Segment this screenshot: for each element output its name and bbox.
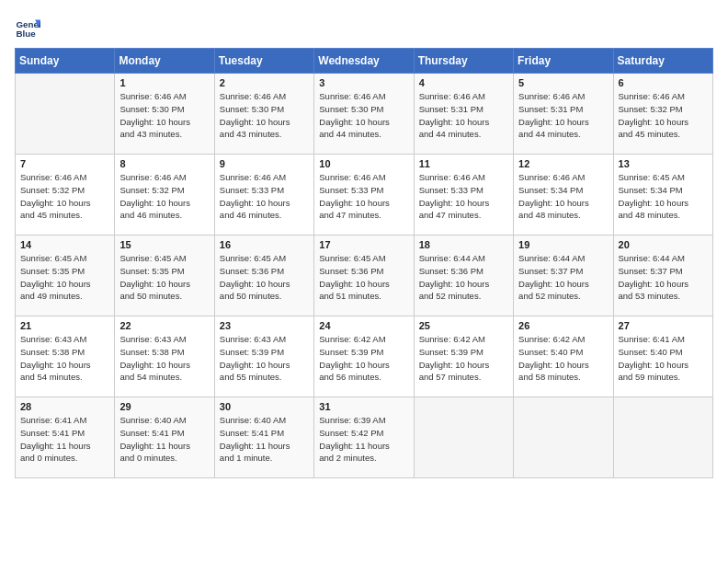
day-number: 9 <box>220 158 309 169</box>
day-number: 29 <box>119 401 209 412</box>
day-number: 20 <box>619 239 708 250</box>
day-info: Sunrise: 6:45 AM Sunset: 5:36 PM Dayligh… <box>319 252 408 303</box>
calendar-cell: 22Sunrise: 6:43 AM Sunset: 5:38 PM Dayli… <box>115 316 214 397</box>
calendar-cell: 27Sunrise: 6:41 AM Sunset: 5:40 PM Dayli… <box>613 316 712 397</box>
day-info: Sunrise: 6:42 AM Sunset: 5:39 PM Dayligh… <box>419 333 508 384</box>
day-info: Sunrise: 6:44 AM Sunset: 5:37 PM Dayligh… <box>619 252 708 303</box>
day-number: 16 <box>220 239 309 250</box>
calendar-cell: 21Sunrise: 6:43 AM Sunset: 5:38 PM Dayli… <box>16 316 115 397</box>
day-info: Sunrise: 6:43 AM Sunset: 5:38 PM Dayligh… <box>119 333 209 384</box>
day-info: Sunrise: 6:40 AM Sunset: 5:41 PM Dayligh… <box>119 414 209 465</box>
calendar-cell <box>613 397 712 478</box>
calendar-cell: 29Sunrise: 6:40 AM Sunset: 5:41 PM Dayli… <box>115 397 214 478</box>
day-number: 31 <box>319 401 408 412</box>
day-number: 30 <box>220 401 309 412</box>
calendar-cell: 6Sunrise: 6:46 AM Sunset: 5:32 PM Daylig… <box>613 74 712 155</box>
calendar-cell: 26Sunrise: 6:42 AM Sunset: 5:40 PM Dayli… <box>514 316 613 397</box>
day-info: Sunrise: 6:44 AM Sunset: 5:37 PM Dayligh… <box>518 252 608 303</box>
calendar-cell: 25Sunrise: 6:42 AM Sunset: 5:39 PM Dayli… <box>414 316 513 397</box>
calendar-cell: 11Sunrise: 6:46 AM Sunset: 5:33 PM Dayli… <box>414 155 513 236</box>
day-info: Sunrise: 6:46 AM Sunset: 5:33 PM Dayligh… <box>419 171 508 222</box>
calendar-cell: 17Sunrise: 6:45 AM Sunset: 5:36 PM Dayli… <box>314 236 414 316</box>
day-info: Sunrise: 6:41 AM Sunset: 5:41 PM Dayligh… <box>20 414 109 465</box>
day-info: Sunrise: 6:46 AM Sunset: 5:31 PM Dayligh… <box>518 90 608 141</box>
calendar-cell: 19Sunrise: 6:44 AM Sunset: 5:37 PM Dayli… <box>514 236 613 316</box>
calendar-table: SundayMondayTuesdayWednesdayThursdayFrid… <box>15 48 713 478</box>
day-number: 15 <box>119 239 209 250</box>
calendar-cell: 10Sunrise: 6:46 AM Sunset: 5:33 PM Dayli… <box>314 155 414 236</box>
day-info: Sunrise: 6:46 AM Sunset: 5:30 PM Dayligh… <box>319 90 408 141</box>
calendar-cell <box>514 397 613 478</box>
day-header-wednesday: Wednesday <box>314 49 414 74</box>
calendar-cell: 5Sunrise: 6:46 AM Sunset: 5:31 PM Daylig… <box>514 74 613 155</box>
day-number: 1 <box>119 77 209 88</box>
day-info: Sunrise: 6:46 AM Sunset: 5:32 PM Dayligh… <box>20 171 109 222</box>
day-number: 3 <box>319 77 408 88</box>
svg-text:Blue: Blue <box>16 29 36 39</box>
day-info: Sunrise: 6:41 AM Sunset: 5:40 PM Dayligh… <box>619 333 708 384</box>
day-number: 2 <box>220 77 309 88</box>
calendar-cell: 13Sunrise: 6:45 AM Sunset: 5:34 PM Dayli… <box>613 155 712 236</box>
day-info: Sunrise: 6:42 AM Sunset: 5:40 PM Dayligh… <box>518 333 608 384</box>
day-number: 23 <box>220 320 309 331</box>
day-header-sunday: Sunday <box>16 49 115 74</box>
calendar-cell: 12Sunrise: 6:46 AM Sunset: 5:34 PM Dayli… <box>514 155 613 236</box>
calendar-cell: 14Sunrise: 6:45 AM Sunset: 5:35 PM Dayli… <box>16 236 115 316</box>
page-header: General Blue <box>15 15 713 40</box>
day-info: Sunrise: 6:46 AM Sunset: 5:30 PM Dayligh… <box>220 90 309 141</box>
day-header-saturday: Saturday <box>613 49 712 74</box>
day-info: Sunrise: 6:45 AM Sunset: 5:35 PM Dayligh… <box>20 252 109 303</box>
calendar-cell <box>16 74 115 155</box>
calendar-cell: 30Sunrise: 6:40 AM Sunset: 5:41 PM Dayli… <box>214 397 313 478</box>
calendar-cell: 3Sunrise: 6:46 AM Sunset: 5:30 PM Daylig… <box>314 74 414 155</box>
day-number: 27 <box>619 320 708 331</box>
day-info: Sunrise: 6:46 AM Sunset: 5:33 PM Dayligh… <box>220 171 309 222</box>
day-number: 12 <box>518 158 608 169</box>
day-number: 18 <box>419 239 508 250</box>
day-number: 6 <box>619 77 708 88</box>
calendar-cell: 7Sunrise: 6:46 AM Sunset: 5:32 PM Daylig… <box>16 155 115 236</box>
day-info: Sunrise: 6:43 AM Sunset: 5:39 PM Dayligh… <box>220 333 309 384</box>
day-info: Sunrise: 6:45 AM Sunset: 5:35 PM Dayligh… <box>119 252 209 303</box>
day-info: Sunrise: 6:45 AM Sunset: 5:34 PM Dayligh… <box>619 171 708 222</box>
day-info: Sunrise: 6:46 AM Sunset: 5:32 PM Dayligh… <box>119 171 209 222</box>
day-info: Sunrise: 6:40 AM Sunset: 5:41 PM Dayligh… <box>220 414 309 465</box>
day-number: 8 <box>119 158 209 169</box>
calendar-cell: 23Sunrise: 6:43 AM Sunset: 5:39 PM Dayli… <box>214 316 313 397</box>
calendar-cell: 15Sunrise: 6:45 AM Sunset: 5:35 PM Dayli… <box>115 236 214 316</box>
calendar-cell: 28Sunrise: 6:41 AM Sunset: 5:41 PM Dayli… <box>16 397 115 478</box>
calendar-cell: 20Sunrise: 6:44 AM Sunset: 5:37 PM Dayli… <box>613 236 712 316</box>
day-number: 25 <box>419 320 508 331</box>
day-info: Sunrise: 6:44 AM Sunset: 5:36 PM Dayligh… <box>419 252 508 303</box>
day-number: 7 <box>20 158 109 169</box>
day-number: 5 <box>518 77 608 88</box>
calendar-cell: 1Sunrise: 6:46 AM Sunset: 5:30 PM Daylig… <box>115 74 214 155</box>
logo: General Blue <box>15 15 44 40</box>
day-info: Sunrise: 6:39 AM Sunset: 5:42 PM Dayligh… <box>319 414 408 465</box>
calendar-cell: 18Sunrise: 6:44 AM Sunset: 5:36 PM Dayli… <box>414 236 513 316</box>
day-number: 26 <box>518 320 608 331</box>
day-info: Sunrise: 6:45 AM Sunset: 5:36 PM Dayligh… <box>220 252 309 303</box>
day-header-friday: Friday <box>514 49 613 74</box>
day-header-monday: Monday <box>115 49 214 74</box>
day-number: 14 <box>20 239 109 250</box>
day-info: Sunrise: 6:42 AM Sunset: 5:39 PM Dayligh… <box>319 333 408 384</box>
calendar-cell <box>414 397 513 478</box>
day-info: Sunrise: 6:46 AM Sunset: 5:31 PM Dayligh… <box>419 90 508 141</box>
day-info: Sunrise: 6:46 AM Sunset: 5:30 PM Dayligh… <box>119 90 209 141</box>
calendar-cell: 31Sunrise: 6:39 AM Sunset: 5:42 PM Dayli… <box>314 397 414 478</box>
day-number: 28 <box>20 401 109 412</box>
day-number: 22 <box>119 320 209 331</box>
logo-icon: General Blue <box>15 15 40 40</box>
calendar-cell: 8Sunrise: 6:46 AM Sunset: 5:32 PM Daylig… <box>115 155 214 236</box>
day-number: 21 <box>20 320 109 331</box>
day-header-tuesday: Tuesday <box>214 49 313 74</box>
calendar-cell: 9Sunrise: 6:46 AM Sunset: 5:33 PM Daylig… <box>214 155 313 236</box>
day-number: 24 <box>319 320 408 331</box>
calendar-cell: 16Sunrise: 6:45 AM Sunset: 5:36 PM Dayli… <box>214 236 313 316</box>
calendar-cell: 24Sunrise: 6:42 AM Sunset: 5:39 PM Dayli… <box>314 316 414 397</box>
day-info: Sunrise: 6:43 AM Sunset: 5:38 PM Dayligh… <box>20 333 109 384</box>
day-number: 13 <box>619 158 708 169</box>
day-header-thursday: Thursday <box>414 49 513 74</box>
day-number: 10 <box>319 158 408 169</box>
